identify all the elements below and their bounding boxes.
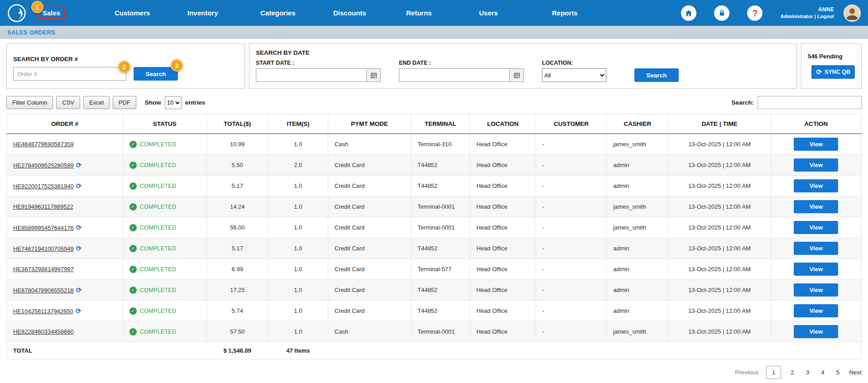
pymt-mode-cell: Credit Card (328, 259, 411, 280)
view-button[interactable]: View (794, 242, 838, 255)
footer-cell (328, 342, 411, 359)
footer-cell (668, 342, 771, 359)
view-button[interactable]: View (794, 221, 838, 234)
orders-table: ORDER #STATUSTOTAL($)ITEM(S)PYMT MODETER… (6, 114, 862, 359)
search-date-title: SEARCH BY DATE (256, 49, 790, 56)
order-link[interactable]: HE3673298814997997 (13, 266, 74, 273)
page-1[interactable]: 1 (766, 366, 782, 379)
location-select[interactable]: All (542, 68, 606, 82)
help-icon[interactable]: ? (747, 5, 762, 21)
sync-icon: ⟳ (76, 161, 82, 169)
nav-item-label: Returns (403, 8, 436, 18)
sync-qb-button[interactable]: ⟳ SYNC QB (811, 65, 855, 79)
nav-item-inventory[interactable]: Inventory (184, 8, 257, 18)
order-number-input[interactable] (13, 67, 126, 81)
column-header[interactable]: CUSTOMER (536, 114, 607, 134)
order-link[interactable]: HE7467194100705949 (13, 245, 74, 252)
customer-cell: - (536, 280, 607, 301)
order-link[interactable]: HE9220017525381940 (13, 183, 74, 190)
start-calendar-icon[interactable] (367, 68, 381, 82)
lock-icon[interactable] (714, 5, 729, 21)
sync-icon: ⟳ (76, 286, 82, 294)
column-header[interactable]: CASHIER (607, 114, 668, 134)
annotation-step-1: 1 (31, 1, 43, 13)
view-button[interactable]: View (794, 304, 838, 317)
logout-link[interactable]: Logout (817, 14, 834, 19)
terminal-cell: Terminal-0001 (411, 196, 470, 217)
annotation-step-3: 3 (171, 59, 183, 72)
csv-button[interactable]: CSV (56, 96, 80, 109)
nav-item-categories[interactable]: Categories (257, 8, 330, 18)
order-link[interactable]: HE9194963117889522 (13, 203, 73, 210)
excel-button[interactable]: Excel (83, 96, 110, 109)
order-link[interactable]: HE2784509525280589 (13, 162, 74, 169)
column-header[interactable]: ITEM(S) (268, 114, 328, 134)
status-text: COMPLETED (140, 245, 177, 252)
page-2[interactable]: 2 (788, 366, 796, 378)
view-button[interactable]: View (794, 325, 838, 338)
nav-item-reports[interactable]: Reports (548, 8, 621, 18)
nav-item-customers[interactable]: Customers (111, 8, 184, 18)
customer-cell: - (536, 238, 607, 259)
cashier-cell: admin (607, 155, 668, 176)
page-3[interactable]: 3 (804, 366, 812, 378)
footer-cell (607, 342, 668, 359)
orders-table-wrap: ORDER #STATUSTOTAL($)ITEM(S)PYMT MODETER… (6, 114, 862, 359)
action-cell: View (771, 238, 861, 259)
order-search-button[interactable]: Search (134, 67, 178, 81)
terminal-cell: T44852 (411, 238, 470, 259)
order-link[interactable]: HE8589995457644176 (13, 225, 74, 231)
table-search-input[interactable] (758, 96, 862, 109)
column-header[interactable]: LOCATION (470, 114, 536, 134)
date-search-button[interactable]: Search (634, 68, 679, 82)
page-4[interactable]: 4 (819, 366, 827, 378)
check-icon: ✓ (129, 266, 137, 273)
view-button[interactable]: View (794, 179, 838, 192)
terminal-cell: Terminal-0001 (411, 217, 470, 238)
customer-cell: - (536, 176, 607, 196)
status-text: COMPLETED (140, 308, 177, 314)
status-cell: ✓COMPLETED (123, 238, 206, 259)
column-header[interactable]: DATE | TIME (668, 114, 771, 134)
footer-cell (536, 342, 607, 359)
entries-select[interactable]: 10 (165, 96, 182, 109)
nav-item-sales[interactable]: Sales1 (38, 7, 111, 19)
app-logo-icon[interactable] (7, 4, 26, 23)
sync-icon: ⟳ (76, 224, 82, 231)
column-header[interactable]: ACTION (771, 114, 861, 134)
pdf-button[interactable]: PDF (113, 96, 136, 109)
pagination-next[interactable]: Next (849, 369, 862, 376)
nav-item-returns[interactable]: Returns (403, 8, 475, 18)
table-row: HE8228460334458660✓COMPLETED57.501.0Cash… (7, 321, 862, 342)
order-link[interactable]: HE1042561137942650 (13, 308, 73, 315)
filter-column-button[interactable]: Filter Column (6, 96, 53, 109)
column-header[interactable]: TOTAL($) (206, 114, 268, 134)
page-5[interactable]: 5 (834, 366, 842, 378)
view-button[interactable]: View (794, 158, 838, 172)
pagination-previous[interactable]: Previous (735, 369, 759, 376)
start-date-input[interactable] (256, 68, 367, 82)
user-avatar[interactable] (844, 5, 861, 22)
nav-item-discounts[interactable]: Discounts (330, 8, 403, 18)
customer-cell: - (536, 155, 607, 176)
nav-item-users[interactable]: Users (475, 8, 548, 18)
order-link[interactable]: HE6780478906555218 (13, 287, 74, 294)
view-button[interactable]: View (794, 200, 838, 213)
view-button[interactable]: View (794, 263, 838, 276)
column-header[interactable]: STATUS (123, 114, 206, 134)
column-header[interactable]: PYMT MODE (328, 114, 411, 134)
check-icon: ✓ (129, 141, 137, 148)
datetime-cell: 13-Oct-2025 | 12:00 AM (668, 321, 771, 342)
column-header[interactable]: ORDER # (7, 114, 123, 134)
location-cell: Head Office (470, 321, 536, 342)
view-button[interactable]: View (794, 283, 838, 297)
end-date-input[interactable] (399, 68, 510, 82)
view-button[interactable]: View (794, 138, 838, 151)
end-calendar-icon[interactable] (510, 68, 524, 82)
order-link[interactable]: HE8228460334458660 (13, 328, 74, 335)
table-row: HE7467194100705949⟳✓COMPLETED5.171.0Cred… (7, 238, 862, 259)
column-header[interactable]: TERMINAL (411, 114, 470, 134)
order-link[interactable]: HE4648779690587359 (13, 141, 74, 148)
pymt-mode-cell: Cash (328, 321, 411, 342)
home-icon[interactable] (681, 5, 696, 21)
